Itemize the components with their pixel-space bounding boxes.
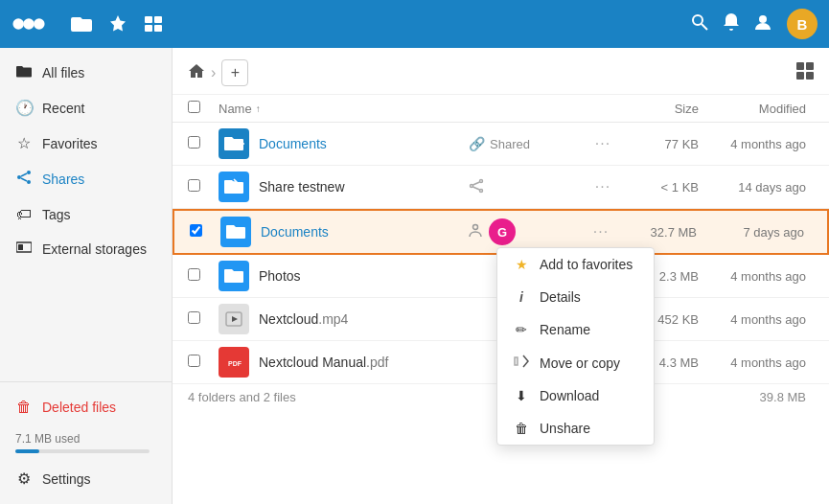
folder-shared-icon (220, 217, 251, 247)
row-checkbox[interactable] (188, 179, 219, 195)
unshare-icon: 🗑 (513, 421, 530, 436)
row-checkbox[interactable] (190, 224, 220, 240)
file-name[interactable]: Nextcloud.mp4 (259, 311, 469, 327)
row-checkbox[interactable] (188, 136, 219, 151)
svg-point-25 (480, 179, 483, 182)
svg-point-12 (27, 180, 31, 184)
header-name[interactable]: Name ↑ (219, 102, 469, 116)
search-icon[interactable] (691, 13, 708, 35)
contacts-icon[interactable] (754, 13, 771, 35)
sidebar-item-label: Shares (42, 172, 84, 187)
svg-rect-18 (806, 62, 814, 70)
shared-label: Shared (490, 137, 530, 151)
svg-point-7 (693, 15, 702, 25)
user-avatar[interactable]: B (787, 9, 817, 39)
select-all-checkbox[interactable] (188, 101, 200, 113)
context-rename[interactable]: ✏ Rename (497, 313, 654, 346)
file-name-link[interactable]: Documents (261, 224, 329, 240)
svg-point-21 (237, 142, 242, 147)
shared-badge (469, 178, 584, 196)
sidebar-item-favorites[interactable]: ☆ Favorites (0, 126, 172, 161)
file-name-link[interactable]: Nextcloud.mp4 (259, 311, 348, 327)
context-unshare-label: Unshare (540, 421, 590, 436)
context-menu: ★ Add to favorites i Details ✏ Rename Mo… (496, 247, 655, 446)
sidebar-item-recent[interactable]: 🕐 Recent (0, 90, 172, 126)
home-breadcrumb[interactable] (188, 63, 205, 83)
row-checkbox[interactable] (188, 311, 219, 327)
sidebar-item-tags[interactable]: 🏷 Tags (0, 197, 172, 232)
more-actions-button[interactable]: ··· (593, 223, 609, 241)
file-name: Photos (259, 268, 469, 284)
svg-text:PDF: PDF (228, 360, 242, 367)
svg-rect-16 (18, 244, 23, 250)
more-actions-button[interactable]: ··· (595, 135, 610, 152)
header-size[interactable]: Size (622, 102, 699, 116)
view-toggle[interactable] (796, 62, 814, 84)
row-checkbox[interactable] (188, 268, 219, 284)
sidebar-item-shares[interactable]: Shares (0, 161, 172, 197)
sidebar-item-all-files[interactable]: All files (0, 56, 172, 90)
svg-marker-32 (232, 316, 238, 322)
notifications-icon[interactable] (724, 13, 739, 35)
file-name[interactable]: Documents (261, 224, 467, 240)
shared-badge: G (467, 218, 582, 245)
activity-nav-icon[interactable] (109, 14, 127, 34)
context-move-copy[interactable]: Move or copy (497, 346, 654, 379)
gallery-nav-icon[interactable] (144, 14, 163, 34)
star-icon: ☆ (15, 134, 33, 152)
rename-icon: ✏ (513, 322, 530, 337)
svg-rect-19 (796, 72, 804, 80)
svg-line-29 (473, 187, 480, 190)
shared-badge: 🔗 Shared (469, 136, 584, 151)
file-modified: 4 months ago (699, 312, 814, 327)
svg-point-30 (473, 225, 478, 230)
move-icon (513, 355, 530, 371)
svg-line-28 (473, 182, 480, 185)
sidebar-deleted-label: Deleted files (42, 400, 116, 415)
file-name-link[interactable]: Nextcloud Manual.pdf (259, 355, 388, 370)
file-name[interactable]: Documents (259, 136, 469, 151)
sidebar-item-deleted-files[interactable]: 🗑 Deleted files (0, 390, 172, 424)
sidebar-item-settings[interactable]: ⚙ Settings (0, 461, 172, 496)
svg-point-1 (23, 18, 35, 30)
svg-rect-6 (154, 25, 162, 32)
file-size: < 1 KB (622, 180, 699, 195)
svg-point-2 (34, 18, 45, 30)
context-move-copy-label: Move or copy (540, 355, 620, 371)
storage-fill (15, 449, 39, 453)
file-size: 32.7 MB (620, 225, 697, 240)
file-name[interactable]: Nextcloud Manual.pdf (259, 355, 469, 370)
main-content: › + Name (173, 48, 829, 504)
files-nav-icon[interactable] (71, 14, 92, 34)
file-name[interactable]: Share testnew (259, 179, 469, 195)
file-name-link[interactable]: Documents (259, 136, 327, 151)
context-download-label: Download (540, 388, 599, 403)
header-checkbox[interactable] (188, 101, 219, 116)
sidebar-item-label: Recent (42, 101, 84, 116)
svg-line-8 (702, 24, 707, 30)
context-details[interactable]: i Details (497, 281, 654, 313)
more-actions-button[interactable]: ··· (595, 178, 610, 195)
external-storage-icon (15, 241, 33, 258)
row-checkbox[interactable] (188, 355, 219, 370)
file-modified: 7 days ago (697, 225, 812, 240)
file-size: 77 KB (622, 137, 699, 151)
trash-icon: 🗑 (15, 399, 33, 416)
clock-icon: 🕐 (15, 99, 33, 117)
app-logo[interactable] (12, 13, 46, 34)
header-modified[interactable]: Modified (699, 102, 814, 116)
sidebar-item-external-storages[interactable]: External storages (0, 232, 172, 266)
file-modified: 14 days ago (699, 180, 814, 195)
add-file-button[interactable]: + (221, 59, 248, 86)
settings-icon: ⚙ (15, 470, 33, 488)
folder-file-count: 4 folders and 2 files (188, 390, 296, 404)
grid-view-icon[interactable] (796, 64, 814, 83)
star-icon: ★ (513, 257, 530, 272)
total-size: 39.8 MB (760, 390, 814, 404)
context-unshare[interactable]: 🗑 Unshare (497, 412, 654, 445)
context-add-favorites-label: Add to favorites (540, 257, 633, 272)
sidebar-bottom: 🗑 Deleted files 7.1 MB used ⚙ Settings (0, 381, 172, 496)
sidebar-settings-label: Settings (42, 471, 91, 487)
context-download[interactable]: ⬇ Download (497, 379, 654, 412)
context-add-favorites[interactable]: ★ Add to favorites (497, 248, 654, 281)
